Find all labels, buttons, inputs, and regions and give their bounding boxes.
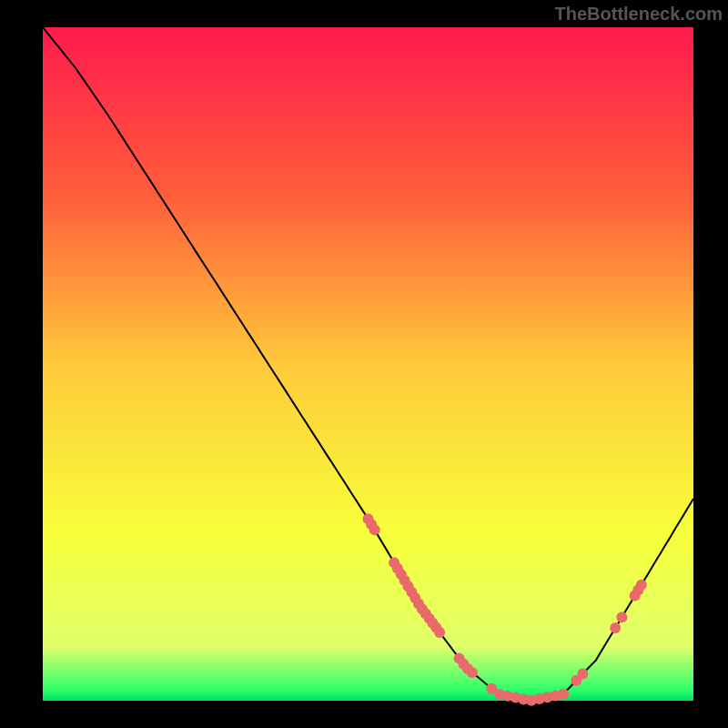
chart-svg (0, 0, 728, 728)
data-dot (369, 524, 380, 535)
data-dot (616, 612, 627, 622)
data-dot (434, 627, 445, 638)
gradient-background (43, 27, 693, 701)
data-dot (467, 667, 478, 678)
data-dot (558, 689, 569, 700)
data-dot (610, 622, 621, 633)
data-dot (577, 668, 588, 679)
bottleneck-chart: TheBottleneck.com (0, 0, 728, 728)
data-dot (636, 580, 647, 591)
watermark-text: TheBottleneck.com (555, 4, 723, 25)
